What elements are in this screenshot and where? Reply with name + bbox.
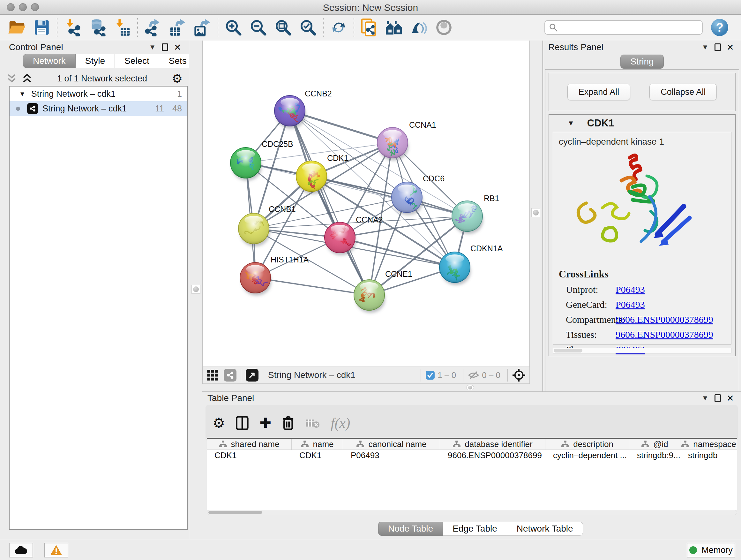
network-edge[interactable]: [290, 111, 369, 295]
column-header[interactable]: shared name: [207, 439, 292, 449]
column-header[interactable]: namespace: [680, 439, 737, 449]
network-node-rb1[interactable]: [452, 201, 483, 234]
network-node-hist1h1a[interactable]: [240, 262, 271, 296]
table-cell[interactable]: CDK1: [207, 450, 292, 461]
help-button[interactable]: ?: [711, 19, 728, 36]
collapse-all-button[interactable]: Collapse All: [650, 84, 717, 100]
apply-layout-button[interactable]: [326, 17, 351, 38]
right-splitter-grip[interactable]: [531, 208, 540, 217]
network-node-cdk1[interactable]: [296, 161, 327, 194]
view-network-icon[interactable]: [224, 369, 237, 381]
column-header[interactable]: description: [545, 439, 629, 449]
node-label-cdc6: CDC6: [423, 174, 445, 183]
import-network-database-button[interactable]: [85, 17, 110, 38]
uniprot-link[interactable]: P06493: [616, 284, 645, 295]
network-row-selected[interactable]: String Network – cdk1 11 48: [10, 101, 187, 116]
main-toolbar: ?: [0, 15, 741, 40]
network-node-ccna2[interactable]: [325, 222, 356, 255]
results-panel-collapse-icon[interactable]: ▼: [702, 43, 709, 51]
genecard-link[interactable]: P06493: [616, 299, 645, 310]
tab-select[interactable]: Select: [115, 54, 159, 68]
cloud-status-button[interactable]: [9, 543, 33, 557]
birdseye-crosshair-icon[interactable]: [512, 368, 526, 382]
zoom-out-button[interactable]: [246, 17, 271, 38]
compartments-link[interactable]: 9606.ENSP00000378699: [616, 314, 713, 325]
tab-edge-table[interactable]: Edge Table: [443, 522, 507, 536]
control-panel-float-icon[interactable]: [162, 44, 168, 51]
column-header[interactable]: @id: [629, 439, 680, 449]
search-input[interactable]: [558, 23, 698, 33]
network-collection-row[interactable]: ▼ String Network – cdk1 1: [10, 86, 187, 101]
right-splitter[interactable]: [530, 41, 542, 391]
export-network-button[interactable]: [140, 17, 165, 38]
hidden-eye-icon[interactable]: [468, 370, 479, 380]
tissues-link[interactable]: 9606.ENSP00000378699: [616, 329, 713, 340]
network-node-ccna1[interactable]: [377, 127, 408, 161]
table-cell[interactable]: 9606.ENSP00000378699: [440, 450, 545, 461]
table-cell[interactable]: cyclin–dependent ...: [545, 450, 629, 461]
create-column-icon[interactable]: ✚: [259, 416, 271, 430]
network-options-gear-icon[interactable]: ⚙: [172, 72, 183, 84]
table-panel-collapse-icon[interactable]: ▼: [702, 394, 709, 402]
expand-all-icon[interactable]: [22, 74, 32, 83]
detach-view-icon[interactable]: [246, 369, 259, 381]
network-canvas[interactable]: CCNB2CCNA1CDC25BCDK1CDC6RB1CCNB1CCNA2CDK…: [202, 41, 530, 367]
results-panel-close-icon[interactable]: ✕: [727, 42, 734, 53]
show-graphics-details-button[interactable]: [407, 17, 431, 38]
table-cell[interactable]: stringdb:9...: [629, 450, 680, 461]
zoom-selected-button[interactable]: [295, 17, 320, 38]
column-header[interactable]: database identifier: [440, 439, 545, 449]
open-session-button[interactable]: [4, 17, 29, 38]
first-neighbors-button[interactable]: [382, 17, 407, 38]
table-hscrollbar[interactable]: [207, 510, 737, 515]
network-node-cdkn1a[interactable]: [440, 252, 471, 285]
tab-network-table[interactable]: Network Table: [507, 522, 583, 536]
save-session-button[interactable]: [29, 17, 54, 38]
tab-string[interactable]: String: [620, 55, 664, 69]
table-cell[interactable]: P06493: [343, 450, 440, 461]
network-node-ccnb1[interactable]: [239, 213, 270, 246]
table-cell[interactable]: CDK1: [292, 450, 343, 461]
left-splitter[interactable]: [189, 41, 202, 539]
collapse-all-icon[interactable]: [6, 74, 17, 83]
zoom-fit-button[interactable]: [271, 17, 295, 38]
gene-card-hscrollbar[interactable]: [553, 348, 731, 354]
expand-all-button[interactable]: Expand All: [567, 84, 630, 100]
column-header[interactable]: canonical name: [343, 439, 440, 449]
left-splitter-grip[interactable]: [192, 285, 200, 294]
control-panel-close-icon[interactable]: ✕: [174, 42, 181, 53]
import-table-button[interactable]: [110, 17, 135, 38]
export-table-button[interactable]: [165, 17, 190, 38]
column-header[interactable]: name: [292, 439, 343, 449]
network-node-cdc6[interactable]: [392, 182, 423, 215]
toggle-annotations-button[interactable]: [431, 17, 456, 38]
network-node-ccne1[interactable]: [354, 280, 385, 313]
table-row[interactable]: CDK1CDK1P064939606.ENSP00000378699cyclin…: [207, 450, 737, 461]
show-columns-icon[interactable]: [236, 416, 249, 430]
table-panel-close-icon[interactable]: ✕: [727, 393, 734, 403]
import-network-file-button[interactable]: [60, 17, 85, 38]
tab-node-table[interactable]: Node Table: [378, 522, 443, 536]
control-panel-collapse-icon[interactable]: ▼: [149, 43, 156, 51]
new-network-from-selection-button[interactable]: [357, 17, 382, 38]
results-panel-float-icon[interactable]: [715, 44, 721, 51]
memory-button[interactable]: Memory: [687, 543, 735, 557]
tree-expand-icon[interactable]: ▼: [19, 90, 25, 98]
gene-card-collapse-icon[interactable]: ▼: [567, 119, 575, 127]
tab-style[interactable]: Style: [76, 54, 115, 68]
selected-checkbox-icon[interactable]: [425, 370, 435, 380]
tab-network[interactable]: Network: [23, 54, 76, 68]
network-node-cdc25b[interactable]: [230, 147, 262, 181]
table-panel-float-icon[interactable]: [715, 394, 721, 402]
network-graph[interactable]: CCNB2CCNA1CDC25BCDK1CDC6RB1CCNB1CCNA2CDK…: [203, 41, 529, 366]
export-image-button[interactable]: [190, 17, 215, 38]
zoom-in-button[interactable]: [221, 17, 246, 38]
view-grid-icon[interactable]: [206, 369, 219, 381]
delete-column-trash-icon[interactable]: [282, 416, 294, 430]
warning-status-button[interactable]: [44, 543, 68, 557]
network-edge[interactable]: [255, 278, 369, 295]
table-cell[interactable]: stringdb: [680, 450, 737, 461]
table-mode-gear-icon[interactable]: ⚙: [212, 416, 225, 430]
table-hscrollbar-thumb[interactable]: [208, 511, 262, 514]
bottom-splitter-grip[interactable]: [466, 385, 474, 390]
